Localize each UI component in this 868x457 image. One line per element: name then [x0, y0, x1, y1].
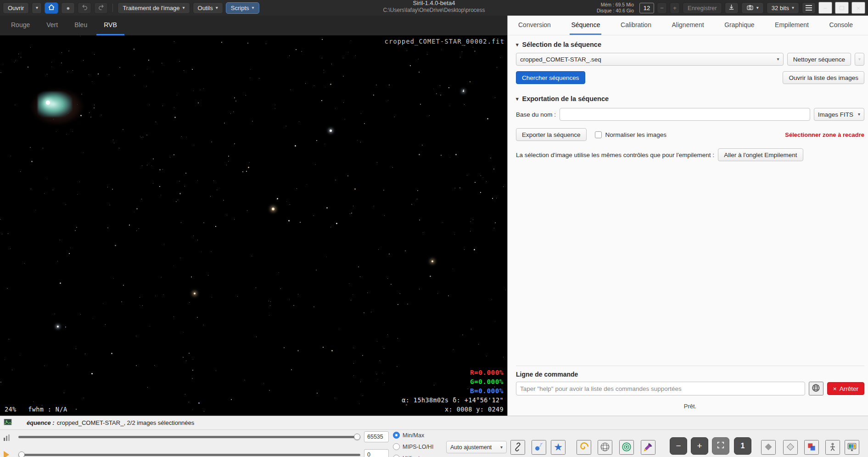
- star-icon: ★: [554, 442, 563, 452]
- comet-annotation-button[interactable]: [532, 440, 546, 455]
- lo-value-entry[interactable]: [364, 449, 389, 457]
- zoom-fit-button[interactable]: [712, 437, 729, 455]
- goto-stacking-tab-button[interactable]: Aller à l'onglet Empilement: [718, 148, 803, 161]
- window-minimize-button[interactable]: −: [818, 2, 832, 14]
- tab-blue[interactable]: Bleu: [67, 16, 95, 35]
- sequence-selection-header[interactable]: ▾ Sélection de la séquence: [516, 41, 864, 48]
- lo-slider[interactable]: [18, 454, 360, 456]
- open-button[interactable]: Ouvrir: [3, 2, 29, 14]
- download-icon: [728, 4, 735, 12]
- star-analysis-button[interactable]: [825, 440, 840, 455]
- hi-slider[interactable]: [18, 436, 360, 438]
- sequence-thumbnail-icon: [4, 418, 12, 428]
- tab-console[interactable]: Console: [828, 16, 854, 35]
- wcs-grid-button[interactable]: [598, 440, 612, 455]
- stop-command-button[interactable]: × Arrêter: [827, 382, 864, 395]
- window-close-button[interactable]: ×: [851, 2, 865, 14]
- threads-plus-button[interactable]: +: [670, 2, 680, 14]
- home-icon: [48, 4, 55, 12]
- expander-arrow-icon: ▾: [516, 42, 519, 48]
- redo-icon: [98, 4, 105, 12]
- window-maximize-button[interactable]: [835, 2, 849, 14]
- export-format-select[interactable]: Images FITS ▾: [814, 108, 864, 121]
- rgb-compositing-button[interactable]: [804, 440, 819, 455]
- normalize-checkbox[interactable]: [595, 131, 602, 138]
- record-button[interactable]: ●: [61, 2, 75, 14]
- scripts-menu-button[interactable]: Scripts ▾: [226, 2, 259, 14]
- main-menu-button[interactable]: [802, 2, 816, 14]
- chevron-down-icon: ▾: [792, 6, 794, 10]
- galaxy-annotation-button[interactable]: [577, 440, 591, 455]
- tab-rgb[interactable]: RVB: [96, 16, 124, 35]
- lo-slider-handle[interactable]: [18, 451, 25, 457]
- open-image-list-button[interactable]: Ouvrir la liste des images: [783, 71, 864, 84]
- zoom-in-button[interactable]: +: [691, 437, 708, 455]
- undo-button[interactable]: [78, 2, 91, 14]
- export-sequence-button[interactable]: Exporter la séquence: [516, 128, 587, 141]
- window-title-block: Siril-1.4.0-beta4 C:\Users\lafay\OneDriv…: [383, 0, 485, 14]
- radio-mips[interactable]: MIPS-LO/HI: [393, 443, 433, 450]
- command-input[interactable]: [516, 382, 805, 395]
- image-canvas[interactable]: cropped_COMET-STAR_00002.fit R=0.000% G=…: [0, 35, 507, 416]
- image-processing-label: Traitement de l'image: [123, 5, 179, 11]
- tab-stacking[interactable]: Empilement: [773, 16, 810, 35]
- sso-annotation-button[interactable]: [641, 440, 655, 455]
- chain-icon: [513, 442, 522, 453]
- close-icon: ×: [857, 4, 861, 12]
- display-settings-button[interactable]: [845, 440, 859, 455]
- command-help-button[interactable]: [809, 382, 823, 395]
- scripts-label: Scripts: [231, 5, 249, 11]
- tab-sequence[interactable]: Séquence: [570, 16, 601, 35]
- sequence-export-header[interactable]: ▾ Exportation de la séquence: [516, 95, 864, 102]
- save-as-button[interactable]: [725, 2, 739, 14]
- disk-usage: Disque : 40.6 Gio: [597, 8, 634, 14]
- image-selection-note: La sélection d'image utilise les mêmes c…: [516, 152, 714, 158]
- fit-to-window-icon: [717, 441, 725, 451]
- chevron-down-icon: ▾: [183, 6, 185, 10]
- aperture-outline-button[interactable]: [783, 440, 798, 455]
- tab-green[interactable]: Vert: [39, 16, 65, 35]
- minus-icon: −: [676, 441, 681, 451]
- open-recent-dropdown[interactable]: ▾: [32, 2, 42, 14]
- radio-icon: [393, 455, 400, 457]
- tab-conversion[interactable]: Conversion: [517, 16, 552, 35]
- bright-star: [194, 293, 196, 294]
- radio-user[interactable]: Utilisateur: [393, 455, 428, 457]
- channel-chain-button[interactable]: [510, 440, 525, 455]
- tab-calibration[interactable]: Calibration: [619, 16, 653, 35]
- stretch-mode-select[interactable]: Auto ajustement ▾: [446, 441, 507, 453]
- star-annotation-button[interactable]: ★: [551, 440, 566, 455]
- hi-slider-handle[interactable]: [354, 434, 360, 440]
- snapshot-button[interactable]: ▾: [741, 2, 764, 14]
- clean-sequence-button[interactable]: Nettoyer séquence: [787, 53, 851, 66]
- bit-depth-label: 32 bits: [772, 5, 789, 11]
- tab-red[interactable]: Rouge: [4, 16, 37, 35]
- celestial-grid-button[interactable]: [619, 440, 634, 455]
- aperture-button[interactable]: [761, 440, 776, 455]
- pixel-red-value: R=0.000%: [470, 369, 504, 376]
- search-sequences-button[interactable]: Chercher séquences: [516, 71, 585, 84]
- hi-value-entry[interactable]: [364, 431, 389, 442]
- chevron-down-icon: ▾: [777, 57, 779, 62]
- tab-registration[interactable]: Alignement: [671, 16, 706, 35]
- sequence-combobox[interactable]: cropped_COMET-STAR_.seq ▾: [516, 53, 784, 66]
- radio-minmax[interactable]: Min/Max: [393, 432, 424, 439]
- zoom-out-button[interactable]: −: [670, 437, 687, 455]
- redo-button[interactable]: [94, 2, 108, 14]
- home-button[interactable]: [45, 2, 58, 14]
- diamond-icon: [763, 442, 773, 453]
- tools-menu-button[interactable]: Outils ▾: [193, 2, 223, 14]
- save-button[interactable]: Enregistrer: [683, 2, 722, 14]
- bright-star: [330, 130, 332, 132]
- tab-plot[interactable]: Graphique: [723, 16, 756, 35]
- zoom-one-button[interactable]: 1: [734, 437, 751, 455]
- basename-input[interactable]: [560, 108, 810, 121]
- bit-depth-select[interactable]: 32 bits ▾: [767, 2, 799, 14]
- clean-options-dropdown[interactable]: ▾: [855, 53, 864, 66]
- image-filename-overlay: cropped_COMET-STAR_00002.fit: [385, 38, 504, 45]
- threads-minus-button[interactable]: −: [657, 2, 667, 14]
- chevron-down-icon: ▾: [36, 6, 38, 10]
- image-processing-menu-button[interactable]: Traitement de l'image ▾: [118, 2, 190, 14]
- threads-entry[interactable]: [639, 3, 654, 13]
- minus-icon: −: [660, 5, 664, 11]
